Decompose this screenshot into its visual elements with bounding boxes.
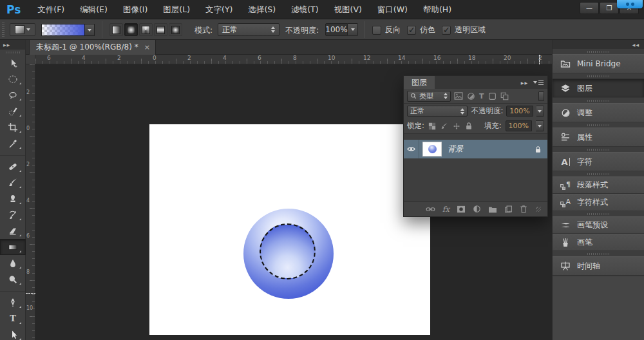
lock-pixels-icon[interactable] — [440, 122, 448, 130]
dock-item-character-styles[interactable]: A 字符样式 — [553, 194, 644, 211]
dither-checkbox[interactable] — [407, 26, 416, 35]
trash-icon[interactable] — [520, 205, 527, 213]
layer-blend-mode-select[interactable]: 正常 — [407, 106, 468, 117]
layer-opacity-field[interactable]: 100% — [506, 106, 533, 117]
dock-grip[interactable] — [553, 73, 644, 79]
dock-item-layers[interactable]: 图层 — [553, 79, 644, 98]
options-bar-grip[interactable] — [2, 23, 5, 37]
opacity-value-field[interactable]: 100% — [325, 23, 348, 36]
menu-layer[interactable]: 图层(L) — [155, 0, 198, 19]
adjustment-filter-icon[interactable] — [467, 92, 475, 100]
transparency-checkbox[interactable] — [442, 26, 451, 35]
eyedropper-tool[interactable] — [0, 135, 26, 151]
reflected-gradient-button[interactable] — [154, 23, 167, 36]
dock-item-paragraph-styles[interactable]: ¶ 段落样式 — [553, 176, 644, 194]
add-mask-icon[interactable] — [457, 205, 466, 213]
tool-preset-picker[interactable] — [10, 23, 35, 36]
menu-view[interactable]: 视图(V) — [327, 0, 370, 19]
link-layers-icon[interactable] — [426, 206, 435, 212]
type-filter-icon[interactable]: T — [479, 92, 484, 100]
linear-gradient-button[interactable] — [109, 23, 123, 36]
blur-tool[interactable] — [0, 255, 26, 271]
dock-item-timeline[interactable]: 时间轴 — [553, 256, 644, 276]
document-canvas[interactable] — [149, 124, 430, 335]
horizontal-ruler[interactable]: 6 4 2 0 2 4 6 8 10 12 14 16 18 20 2 — [35, 55, 552, 64]
marching-ants-selection[interactable] — [260, 223, 316, 279]
dock-item-character[interactable]: A 字符 — [553, 152, 644, 171]
dock-item-brush-presets[interactable]: 画笔预设 — [553, 216, 644, 234]
diamond-gradient-button[interactable] — [169, 23, 182, 36]
menu-window[interactable]: 窗口(W) — [370, 0, 415, 19]
dock-grip[interactable] — [553, 147, 644, 152]
minimize-button[interactable]: — — [580, 2, 599, 14]
eraser-tool[interactable] — [0, 223, 26, 239]
quick-selection-tool[interactable] — [0, 103, 26, 119]
lock-position-icon[interactable] — [453, 122, 460, 130]
layer-fill-field[interactable]: 100% — [506, 120, 532, 131]
layers-tab[interactable]: 图层 — [404, 76, 435, 89]
menu-image[interactable]: 图像(I) — [115, 0, 155, 19]
lasso-tool[interactable] — [0, 87, 26, 103]
gradient-sphere[interactable] — [243, 209, 334, 299]
close-icon[interactable]: × — [144, 43, 150, 52]
layer-opacity-dropdown[interactable] — [536, 106, 544, 117]
group-folder-icon[interactable] — [488, 205, 497, 213]
dock-collapse-control[interactable]: ◀◀ — [553, 40, 644, 49]
pixel-filter-icon[interactable] — [454, 92, 463, 100]
type-tool[interactable]: T — [0, 310, 26, 326]
layer-row-background[interactable]: 背景 — [404, 140, 547, 158]
dodge-tool[interactable] — [0, 271, 26, 287]
path-selection-tool[interactable] — [0, 326, 26, 340]
lock-all-icon[interactable] — [465, 122, 473, 130]
move-tool[interactable] — [0, 55, 26, 71]
lock-transparency-icon[interactable] — [428, 122, 436, 130]
filter-type-select[interactable]: 类型 — [407, 91, 451, 102]
opacity-dropdown[interactable] — [348, 23, 358, 36]
menu-edit[interactable]: 编辑(E) — [72, 0, 115, 19]
tools-panel-header[interactable]: ▶▶ — [0, 40, 25, 50]
adjustment-layer-icon[interactable] — [473, 205, 481, 213]
layer-fill-dropdown[interactable] — [536, 120, 544, 131]
layer-visibility-toggle[interactable] — [404, 140, 419, 158]
vertical-ruler[interactable]: 2 0 2 4 6 8 10 — [26, 64, 35, 340]
panel-menu-icon[interactable] — [533, 81, 544, 84]
pen-tool[interactable] — [0, 294, 26, 310]
elliptical-marquee-tool[interactable] — [0, 71, 26, 87]
shape-filter-icon[interactable] — [488, 92, 497, 100]
crop-tool[interactable] — [0, 119, 26, 135]
panel-resize-grip[interactable] — [536, 207, 541, 212]
radial-gradient-button[interactable] — [124, 23, 138, 36]
menu-select[interactable]: 选择(S) — [240, 0, 283, 19]
menu-file[interactable]: 文件(F) — [30, 0, 72, 19]
angle-gradient-button[interactable] — [139, 23, 153, 36]
dock-grip[interactable] — [553, 211, 644, 216]
smart-object-filter-icon[interactable] — [500, 92, 509, 100]
gradient-tool[interactable] — [0, 239, 26, 255]
dock-grip[interactable] — [553, 251, 644, 256]
filter-toggle-switch[interactable] — [538, 91, 544, 101]
dock-item-properties[interactable]: 属性 — [553, 128, 644, 147]
dock-grip[interactable] — [553, 122, 644, 128]
dock-grip[interactable] — [553, 171, 644, 176]
maximize-button[interactable]: ❐ — [600, 2, 619, 14]
collapse-panel-icon[interactable]: ▶▶ — [521, 80, 528, 85]
dock-grip[interactable] — [553, 49, 644, 54]
menu-type[interactable]: 文字(Y) — [198, 0, 240, 19]
spot-healing-brush-tool[interactable] — [0, 158, 26, 175]
dock-item-adjustments[interactable]: 调整 — [553, 103, 644, 122]
layer-thumbnail[interactable] — [422, 142, 442, 156]
menu-filter[interactable]: 滤镜(T) — [283, 0, 326, 19]
history-brush-tool[interactable] — [0, 207, 26, 223]
document-tab[interactable]: 未标题-1 @ 100%(RGB/8) * × — [29, 40, 156, 55]
new-layer-icon[interactable] — [504, 205, 513, 213]
brush-tool[interactable] — [0, 175, 26, 191]
dock-item-mini-bridge[interactable]: Mini Bridge — [553, 54, 644, 73]
reverse-checkbox[interactable] — [372, 26, 381, 35]
layer-style-icon[interactable]: fx — [442, 205, 450, 214]
gradient-picker-dropdown[interactable] — [85, 24, 95, 36]
menu-help[interactable]: 帮助(H) — [415, 0, 459, 19]
tools-panel-grip[interactable] — [0, 50, 25, 55]
clone-stamp-tool[interactable] — [0, 191, 26, 207]
dock-grip[interactable] — [553, 98, 644, 103]
dock-item-brush[interactable]: 画笔 — [553, 234, 644, 251]
